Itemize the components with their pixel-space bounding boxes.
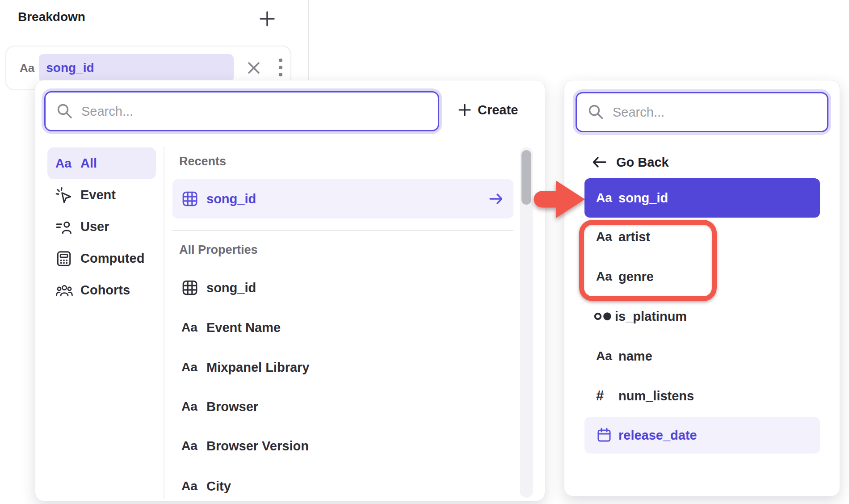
text-type-icon: Aa — [181, 360, 198, 374]
property-label: Event Name — [206, 320, 281, 335]
cohorts-icon — [55, 283, 76, 298]
search-input[interactable] — [80, 104, 438, 119]
category-item-user[interactable]: User — [47, 211, 156, 243]
recents-header: Recents — [179, 155, 226, 168]
panel-divider — [308, 0, 309, 80]
property-row-name[interactable]: Aa name — [584, 336, 820, 376]
text-type-icon: Aa — [20, 61, 34, 75]
go-back-button[interactable]: Go Back — [591, 148, 669, 176]
scrollbar-thumb[interactable] — [521, 150, 531, 205]
section-divider — [172, 230, 513, 231]
create-button[interactable]: Create — [455, 91, 521, 129]
breakdown-section-title: Breakdown — [18, 10, 85, 24]
property-label: Browser Version — [206, 439, 309, 454]
more-options-icon[interactable] — [278, 58, 283, 78]
text-type-icon: Aa — [181, 320, 198, 335]
search-icon — [56, 103, 73, 120]
property-label: num_listens — [618, 389, 694, 403]
category-item-cohorts[interactable]: Cohorts — [47, 274, 156, 306]
property-row-song-id[interactable]: song_id — [172, 268, 513, 307]
all-properties-header: All Properties — [179, 243, 258, 257]
user-icon — [55, 218, 76, 235]
property-label: song_id — [618, 191, 668, 206]
category-item-event[interactable]: Event — [47, 179, 156, 211]
property-label: Mixpanel Library — [206, 360, 309, 375]
boolean-icon — [593, 309, 615, 323]
add-breakdown-button[interactable] — [256, 7, 279, 30]
property-label: song_id — [206, 192, 256, 206]
category-label: Event — [80, 188, 116, 202]
property-row-song-id[interactable]: Aa song_id — [584, 178, 820, 218]
calendar-icon — [596, 427, 618, 443]
remove-breakdown-icon[interactable] — [246, 60, 261, 76]
property-row-num-listens[interactable]: # num_listens — [584, 376, 820, 416]
property-label: name — [618, 349, 652, 364]
property-row-release-date[interactable]: release_date — [584, 417, 820, 454]
property-picker-dropdown: Create Aa All Event U — [35, 80, 545, 501]
property-row-city[interactable]: Aa City — [172, 466, 513, 501]
property-label: artist — [618, 230, 650, 244]
property-row-is-platinum[interactable]: is_platinum — [584, 297, 820, 336]
number-icon: # — [596, 388, 604, 404]
search-input-wrapper[interactable] — [576, 92, 828, 132]
text-type-icon: Aa — [596, 349, 612, 363]
property-label: City — [206, 479, 231, 494]
text-type-icon: Aa — [181, 439, 198, 453]
text-type-icon: Aa — [181, 479, 198, 493]
search-icon — [588, 104, 605, 121]
text-type-icon: Aa — [181, 399, 198, 414]
recent-property-row[interactable]: song_id — [172, 179, 513, 218]
property-row-browser[interactable]: Aa Browser — [172, 387, 513, 426]
breakdown-chip-value[interactable]: song_id — [39, 54, 234, 82]
category-label: User — [80, 219, 109, 234]
property-label: is_platinum — [615, 309, 687, 324]
property-label: Browser — [206, 399, 258, 414]
text-type-icon: Aa — [596, 191, 612, 205]
property-values-dropdown: Go Back Aa song_id Aa artist Aa genre is… — [564, 80, 840, 496]
text-type-icon: Aa — [596, 269, 612, 284]
go-back-label: Go Back — [616, 155, 669, 170]
table-icon — [181, 279, 206, 296]
search-input[interactable] — [612, 105, 827, 120]
search-input-wrapper[interactable] — [44, 91, 439, 131]
text-type-icon: Aa — [55, 156, 71, 171]
screen: Breakdown Aa song_id Create — [0, 0, 849, 504]
property-row-browser-version[interactable]: Aa Browser Version — [172, 426, 513, 466]
property-row-artist[interactable]: Aa artist — [584, 217, 820, 256]
computed-icon — [55, 250, 76, 267]
category-label: Cohorts — [80, 283, 130, 298]
list-divider — [164, 147, 164, 499]
category-label: Computed — [80, 251, 144, 266]
table-icon — [181, 190, 206, 207]
text-type-icon: Aa — [596, 230, 612, 244]
category-label: All — [80, 156, 97, 171]
property-row-event-name[interactable]: Aa Event Name — [172, 308, 513, 347]
category-item-computed[interactable]: Computed — [47, 243, 156, 274]
property-row-genre[interactable]: Aa genre — [584, 257, 820, 296]
property-label: song_id — [206, 281, 256, 295]
property-row-mixpanel-library[interactable]: Aa Mixpanel Library — [172, 348, 513, 387]
arrow-left-icon — [591, 155, 607, 169]
plus-icon — [259, 11, 275, 27]
plus-icon — [458, 103, 471, 117]
create-button-label: Create — [478, 103, 518, 118]
drill-in-arrow-icon[interactable] — [488, 192, 504, 206]
category-item-all[interactable]: Aa All — [47, 147, 156, 179]
event-icon — [55, 187, 76, 204]
property-label: genre — [618, 269, 654, 284]
scrollbar[interactable] — [520, 147, 533, 498]
property-label: release_date — [618, 428, 697, 443]
